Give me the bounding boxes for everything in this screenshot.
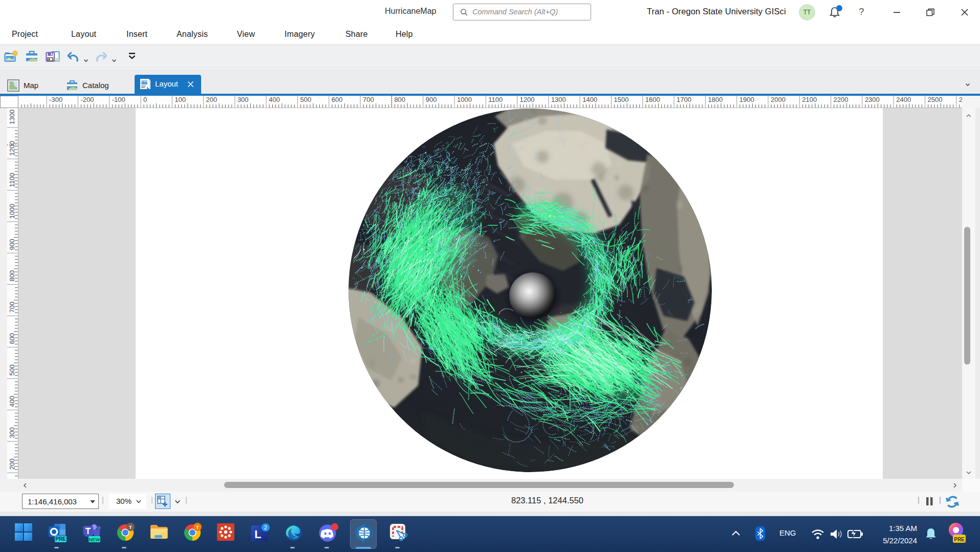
svg-text:500: 500 (8, 365, 16, 376)
svg-text:NEW: NEW (89, 537, 100, 542)
svg-text:1300: 1300 (551, 96, 566, 103)
svg-text:1200: 1200 (8, 141, 16, 156)
svg-text:600: 600 (8, 333, 16, 344)
svg-text:T: T (196, 524, 199, 530)
svg-text:0: 0 (143, 96, 147, 103)
svg-text:700: 700 (8, 302, 16, 313)
svg-text:2600: 2600 (959, 96, 962, 103)
svg-text:100: 100 (175, 96, 186, 103)
svg-text:2100: 2100 (802, 96, 817, 103)
svg-text:2000: 2000 (771, 96, 786, 103)
svg-text:1800: 1800 (708, 96, 723, 103)
svg-text:900: 900 (426, 96, 437, 103)
svg-text:-100: -100 (112, 96, 125, 103)
svg-text:-200: -200 (80, 96, 94, 103)
svg-text:2200: 2200 (834, 96, 848, 103)
svg-text:200: 200 (8, 459, 16, 470)
svg-text:700: 700 (363, 96, 374, 103)
svg-text:200: 200 (206, 96, 217, 103)
svg-text:L: L (254, 528, 261, 541)
svg-text:1200: 1200 (520, 96, 535, 103)
svg-text:1500: 1500 (614, 96, 629, 103)
svg-text:2: 2 (264, 524, 267, 530)
svg-text:800: 800 (394, 96, 405, 103)
svg-text:2500: 2500 (928, 96, 943, 103)
svg-text:PRE: PRE (55, 536, 66, 542)
svg-text:2400: 2400 (896, 96, 911, 103)
svg-text:1100: 1100 (8, 173, 16, 187)
svg-text:2300: 2300 (865, 96, 880, 103)
svg-text:400: 400 (8, 396, 16, 407)
svg-text:1600: 1600 (645, 96, 660, 103)
svg-text:-300: -300 (49, 96, 62, 103)
svg-text:300: 300 (8, 427, 16, 438)
svg-text:T: T (129, 524, 132, 530)
svg-text:800: 800 (8, 270, 16, 282)
svg-text:900: 900 (8, 239, 16, 250)
svg-text:500: 500 (300, 96, 312, 103)
svg-text:1400: 1400 (582, 96, 597, 103)
svg-text:1000: 1000 (8, 204, 16, 219)
svg-text:1700: 1700 (677, 96, 691, 103)
svg-text:400: 400 (269, 96, 280, 103)
svg-text:600: 600 (332, 96, 343, 103)
svg-text:1000: 1000 (457, 96, 472, 103)
svg-text:PRE: PRE (954, 537, 965, 542)
svg-text:300: 300 (237, 96, 249, 103)
svg-text:1900: 1900 (739, 96, 754, 103)
svg-text:1100: 1100 (488, 96, 503, 103)
svg-text:1300: 1300 (8, 110, 16, 124)
